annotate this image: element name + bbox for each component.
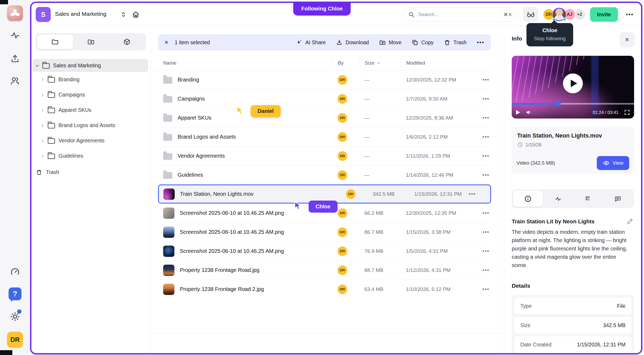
table-row[interactable]: Screenshot 2025-06-10 at 10.46.25 AM.png… xyxy=(151,242,504,261)
video-progress-bar[interactable] xyxy=(512,103,634,105)
row-menu-button[interactable]: ••• xyxy=(476,286,504,292)
size-cell: — xyxy=(360,115,401,121)
modified-cell: 1/15/2026, 3:38 PM xyxy=(401,229,476,235)
avatar-chloe[interactable] xyxy=(552,8,566,21)
clear-selection-button[interactable]: × xyxy=(164,39,168,46)
search-input[interactable] xyxy=(418,11,497,18)
tab-info[interactable] xyxy=(513,191,543,207)
table-row[interactable]: Screenshot 2025-06-10 at 10.46.25 AM.png… xyxy=(151,223,504,242)
row-menu-button[interactable]: ••• xyxy=(476,115,504,121)
workspace-switcher-icon[interactable] xyxy=(120,11,127,18)
user-avatar[interactable]: DR xyxy=(7,332,23,348)
workspace-badge[interactable]: S xyxy=(36,7,51,22)
sidebar-item-campaigns[interactable]: Campaigns xyxy=(32,87,148,102)
table-row[interactable]: Property 1238 Frontage Road 2.jpgDR63.4 … xyxy=(151,280,504,299)
row-menu-button[interactable]: ••• xyxy=(476,210,504,216)
row-menu-button[interactable]: ••• xyxy=(476,229,504,235)
column-modified[interactable]: Modified xyxy=(401,58,490,68)
screen: ? DR S Sales and Marketing ⌘ K xyxy=(0,0,644,355)
sidebar-item-vendor-agreements[interactable]: Vendor Agreements xyxy=(32,133,148,148)
sidebar-item-brand-logos-and-assets[interactable]: Brand Logos and Assets xyxy=(32,118,148,133)
chevron-right-icon xyxy=(41,139,44,143)
tree-root-sales-and-marketing[interactable]: Sales and Marketing xyxy=(32,59,148,72)
row-menu-button[interactable]: ••• xyxy=(476,96,504,102)
app-logo[interactable] xyxy=(7,5,23,21)
move-button[interactable]: Move xyxy=(379,39,402,46)
glasses-icon xyxy=(526,10,535,19)
play-icon[interactable] xyxy=(516,110,520,115)
by-cell: DR xyxy=(333,75,360,85)
tab-comments[interactable] xyxy=(603,191,633,207)
sidebar-item-apparel-skus[interactable]: Apparel SKUs xyxy=(32,102,148,118)
table-row[interactable]: CampaignsDR—1/7/2026, 9:30 AM••• xyxy=(151,89,504,108)
table-row[interactable]: GuidelinesDR—1/14/2026, 12:46 PM••• xyxy=(151,165,504,184)
detail-value: File xyxy=(617,303,625,309)
volume-icon[interactable] xyxy=(525,109,532,116)
follow-tooltip[interactable]: Chloe Stop following xyxy=(526,23,573,46)
upload-icon[interactable] xyxy=(10,54,20,64)
by-cell: DR xyxy=(333,227,360,237)
search-box[interactable]: ⌘ K xyxy=(403,8,519,21)
topbar-more-button[interactable]: ••• xyxy=(622,7,637,22)
detail-row-size: Size342.5 MB xyxy=(514,317,631,334)
sidebar-item-trash[interactable]: Trash xyxy=(32,165,148,180)
file-thumbnail xyxy=(163,284,174,295)
tab-assets[interactable] xyxy=(109,35,145,49)
file-name-cell: Guidelines xyxy=(151,171,333,179)
settings-icon[interactable] xyxy=(9,310,21,322)
row-menu-button[interactable]: ••• xyxy=(476,134,504,140)
view-button[interactable]: View xyxy=(597,156,629,170)
close-panel-button[interactable]: × xyxy=(620,32,635,47)
chevron-right-icon xyxy=(41,154,44,158)
table-row[interactable]: BrandingDR—12/30/2025, 12:32 PM••• xyxy=(151,70,504,89)
row-menu-button[interactable]: ••• xyxy=(476,267,504,273)
column-by[interactable]: By xyxy=(333,58,360,68)
activity-icon[interactable] xyxy=(10,30,20,40)
home-icon[interactable] xyxy=(132,10,140,19)
by-cell: DR xyxy=(341,189,368,199)
video-preview[interactable]: 01:24 / 03:41 xyxy=(512,56,634,119)
row-menu-button[interactable]: ••• xyxy=(462,191,490,197)
column-size[interactable]: Size xyxy=(360,58,401,68)
tab-folders[interactable] xyxy=(37,35,73,49)
clock-icon xyxy=(517,142,523,148)
edit-description-icon[interactable] xyxy=(627,217,634,225)
view-label: View xyxy=(613,160,623,166)
fullscreen-icon[interactable] xyxy=(624,109,630,116)
ai-share-button[interactable]: AI Share xyxy=(296,39,326,46)
tree-item-label: Guidelines xyxy=(58,153,83,159)
sidebar-item-branding[interactable]: Branding xyxy=(32,72,148,87)
column-name[interactable]: Name xyxy=(151,58,333,68)
trash-button[interactable]: Trash xyxy=(444,39,467,46)
following-banner[interactable]: Following Chloe xyxy=(293,2,351,16)
toolbar-more-button[interactable]: ••• xyxy=(477,39,484,46)
row-menu-button[interactable]: ••• xyxy=(476,172,504,178)
file-name-cell: Vendor Agreements xyxy=(151,152,333,160)
tab-metadata[interactable] xyxy=(573,191,603,207)
play-button[interactable] xyxy=(563,73,583,93)
invite-button[interactable]: Invite xyxy=(590,7,618,22)
search-shortcut: ⌘ K xyxy=(500,11,515,19)
row-menu-button[interactable]: ••• xyxy=(476,248,504,254)
tab-activity[interactable] xyxy=(543,191,573,207)
owner-badge: DR xyxy=(338,113,347,123)
table-row[interactable]: Brand Logos and AssetsDR—1/6/2026, 2:12 … xyxy=(151,127,504,146)
table-row[interactable]: Vendor AgreementsDR—1/11/2026, 1:29 PM••… xyxy=(151,146,504,165)
action-label: AI Share xyxy=(305,39,326,46)
help-icon[interactable]: ? xyxy=(9,287,21,300)
description-title: Train Station Lit by Neon Lights xyxy=(512,218,616,225)
owner-badge: DR xyxy=(338,208,347,218)
sidebar-item-guidelines[interactable]: Guidelines xyxy=(32,148,148,164)
row-menu-button[interactable]: ••• xyxy=(476,153,504,159)
file-name: Property 1238 Frontage Road 2.jpg xyxy=(180,286,264,292)
download-button[interactable]: Download xyxy=(336,39,369,46)
gauge-icon[interactable] xyxy=(10,267,20,277)
copy-button[interactable]: Copy xyxy=(412,39,434,46)
people-icon[interactable] xyxy=(10,76,20,86)
row-menu-button[interactable]: ••• xyxy=(476,77,504,83)
table-row[interactable]: Apparel SKUsDR—12/29/2025, 8:36 AM••• xyxy=(151,108,504,127)
list-divider xyxy=(151,334,504,334)
table-row[interactable]: Property 1238 Frontage Road.jpgDR88.7 MB… xyxy=(151,261,504,280)
observe-mode-button[interactable] xyxy=(523,7,538,22)
tab-shared[interactable] xyxy=(73,35,109,49)
